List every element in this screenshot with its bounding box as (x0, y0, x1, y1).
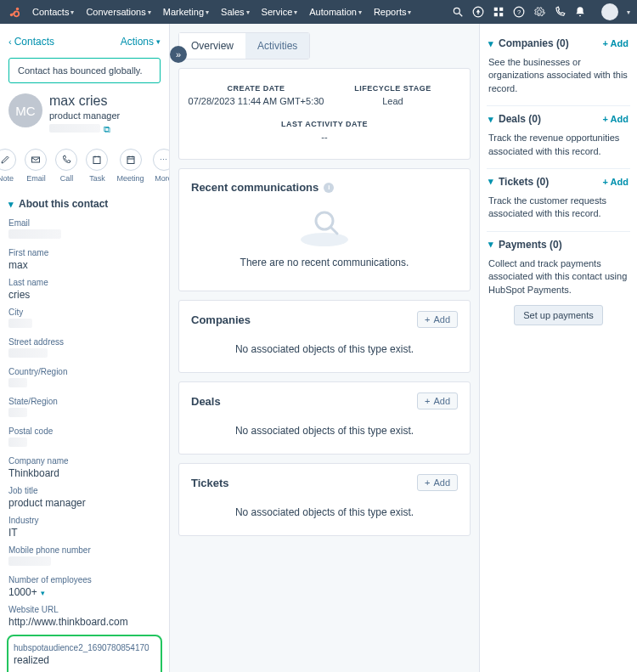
upgrade-icon[interactable] (472, 6, 484, 18)
add-deal-button[interactable]: +Add (417, 392, 458, 409)
field-mobile[interactable]: Mobile phone number (7, 542, 162, 572)
recent-communications-empty: There are no recent communications. (240, 257, 409, 268)
account-avatar[interactable] (601, 3, 618, 20)
contact-avatar[interactable]: MC (8, 93, 42, 127)
right-tickets-desc: Track the customer requests associated w… (488, 195, 629, 221)
nav-conversations[interactable]: Conversations▾ (81, 3, 155, 20)
plus-icon: + (425, 477, 430, 488)
svg-point-0 (16, 8, 20, 11)
chevron-down-icon: ▾ (148, 8, 151, 16)
companies-empty: No associated objects of this type exist… (191, 343, 458, 355)
record-meta-card: CREATE DATE 07/28/2023 11:44 AM GMT+5:30… (178, 68, 471, 160)
last-activity-value: -- (188, 132, 461, 142)
field-first-name[interactable]: First namemax (7, 245, 162, 274)
field-postal[interactable]: Postal code (7, 423, 162, 453)
more-button[interactable]: ⋯More (153, 149, 170, 183)
empty-illustration-icon (295, 206, 354, 248)
collapse-right-icon[interactable]: » (170, 46, 187, 63)
copy-icon[interactable]: ⧉ (104, 124, 110, 134)
right-companies-section: ▾Companies (0) + Add See the businesses … (487, 31, 630, 106)
field-hubspotaudience2[interactable]: hubspotaudience2_1690780854170realized (12, 640, 157, 669)
right-tickets-toggle[interactable]: ▾Tickets (0) (488, 176, 549, 188)
right-add-deal-link[interactable]: + Add (603, 114, 629, 124)
svg-rect-8 (499, 8, 503, 11)
nav-service[interactable]: Service▾ (256, 3, 303, 20)
middle-column: » Overview Activities CREATE DATE 07/28/… (170, 24, 479, 672)
info-icon[interactable]: i (324, 183, 334, 193)
chevron-down-icon: ▾ (488, 38, 493, 49)
email-button[interactable]: Email (25, 149, 47, 183)
task-button[interactable]: Task (86, 149, 108, 183)
right-companies-toggle[interactable]: ▾Companies (0) (488, 37, 569, 49)
chevron-left-icon: ‹ (8, 37, 12, 47)
field-job-title[interactable]: Job titleproduct manager (7, 483, 162, 512)
actions-dropdown[interactable]: Actions ▾ (121, 36, 161, 48)
deals-card: Deals +Add No associated objects of this… (178, 381, 471, 455)
nav-reports[interactable]: Reports▾ (369, 3, 417, 20)
highlighted-custom-properties: hubspotaudience2_1690780854170realized h… (7, 635, 162, 672)
field-country[interactable]: Country/Region (7, 364, 162, 393)
nav-contacts[interactable]: Contacts▾ (27, 3, 79, 20)
search-icon[interactable] (452, 6, 464, 18)
nav-automation[interactable]: Automation▾ (304, 3, 367, 20)
chevron-down-icon: ▾ (488, 176, 493, 187)
call-button[interactable]: Call (55, 149, 77, 183)
setup-payments-button[interactable]: Set up payments (514, 305, 603, 325)
field-email[interactable]: Email (7, 215, 162, 245)
right-payments-toggle[interactable]: ▾Payments (0) (488, 239, 562, 251)
record-tabs: Overview Activities (178, 32, 310, 59)
chevron-down-icon: ▾ (246, 8, 250, 16)
marketplace-icon[interactable] (493, 6, 505, 18)
hubspot-logo-icon[interactable] (7, 4, 22, 20)
tab-activities[interactable]: Activities (245, 33, 309, 59)
svg-rect-14 (93, 157, 100, 164)
field-city[interactable]: City (7, 304, 162, 334)
right-deals-section: ▾Deals (0) + Add Track the revenue oppor… (487, 106, 630, 169)
field-street[interactable]: Street address (7, 334, 162, 364)
nav-sales[interactable]: Sales▾ (216, 3, 255, 20)
field-website[interactable]: Website URLhttp://www.thinkboard.com (7, 601, 162, 631)
svg-text:?: ? (517, 8, 521, 16)
chevron-down-icon: ▾ (156, 37, 161, 46)
field-last-name[interactable]: Last namecries (7, 274, 162, 304)
svg-line-18 (330, 227, 337, 234)
field-company[interactable]: Company nameThinkboard (7, 453, 162, 483)
activity-action-row: Note Email Call Task Meeting ⋯More (7, 149, 162, 183)
chevron-down-icon: ▾ (8, 199, 14, 210)
meeting-button[interactable]: Meeting (116, 149, 144, 183)
contact-name: max cries (49, 93, 120, 109)
note-button[interactable]: Note (0, 149, 16, 183)
last-activity-label: LAST ACTIVITY DATE (188, 120, 461, 128)
chevron-down-icon: ▾ (488, 114, 493, 125)
deals-title: Deals (191, 395, 221, 408)
calling-icon[interactable] (554, 6, 566, 18)
right-add-company-link[interactable]: + Add (603, 38, 629, 48)
help-icon[interactable]: ? (513, 6, 525, 18)
right-deals-toggle[interactable]: ▾Deals (0) (488, 113, 541, 125)
back-to-contacts-link[interactable]: ‹ Contacts (8, 36, 54, 48)
svg-rect-15 (127, 157, 134, 164)
right-deals-desc: Track the revenue opportunities associat… (488, 132, 629, 158)
tab-overview[interactable]: Overview (179, 33, 245, 59)
field-industry[interactable]: IndustryIT (7, 512, 162, 542)
add-ticket-button[interactable]: +Add (417, 474, 458, 491)
field-employees[interactable]: Number of employees1000+▾ (7, 572, 162, 601)
left-column: ‹ Contacts Actions ▾ Contact has bounced… (0, 24, 170, 672)
top-nav: Contacts▾ Conversations▾ Marketing▾ Sale… (0, 0, 637, 24)
settings-icon[interactable] (533, 6, 545, 18)
svg-line-3 (12, 13, 15, 14)
companies-card: Companies +Add No associated objects of … (178, 300, 471, 373)
plus-icon: + (425, 314, 430, 325)
notifications-icon[interactable] (574, 6, 586, 18)
about-section-toggle[interactable]: ▾ About this contact (7, 193, 162, 215)
chevron-down-icon: ▾ (206, 8, 209, 16)
add-company-button[interactable]: +Add (417, 311, 458, 328)
right-add-ticket-link[interactable]: + Add (603, 177, 629, 187)
recent-communications-card: Recent communications i There are no rec… (178, 168, 471, 291)
field-state[interactable]: State/Region (7, 393, 162, 423)
nav-marketing[interactable]: Marketing▾ (158, 3, 214, 20)
chevron-down-icon: ▾ (70, 8, 74, 16)
chevron-down-icon: ▾ (294, 8, 297, 16)
svg-rect-10 (499, 13, 503, 16)
svg-point-4 (454, 8, 459, 14)
